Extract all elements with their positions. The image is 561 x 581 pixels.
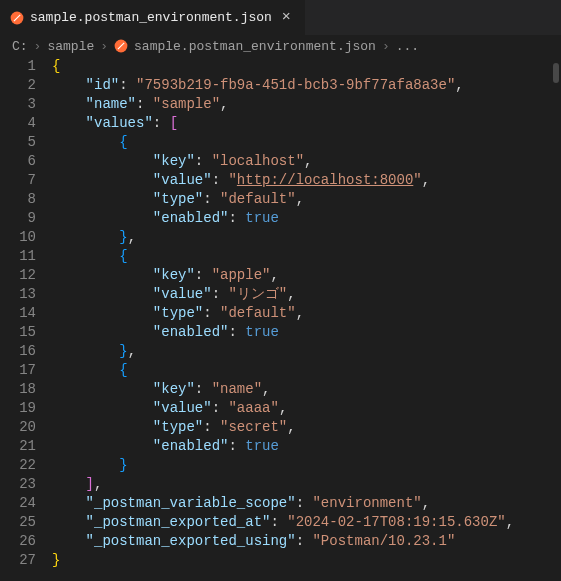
code-line: { [52,361,561,380]
code-line: "value": "http://localhost:8000", [52,171,561,190]
code-line: "enabled": true [52,209,561,228]
code-line: "key": "apple", [52,266,561,285]
breadcrumb-file: sample.postman_environment.json [134,39,376,54]
code-line: "_postman_exported_using": "Postman/10.2… [52,532,561,551]
code-line: "type": "default", [52,304,561,323]
code-line: "_postman_variable_scope": "environment"… [52,494,561,513]
code-line: "key": "name", [52,380,561,399]
code-line: { [52,133,561,152]
breadcrumb-drive: C: [12,39,28,54]
breadcrumb-tail: ... [396,39,419,54]
code-line: "enabled": true [52,323,561,342]
code-line: "_postman_exported_at": "2024-02-17T08:1… [52,513,561,532]
chevron-right-icon: › [382,39,390,54]
close-icon[interactable]: × [278,9,295,26]
code-line: ], [52,475,561,494]
code-line: "values": [ [52,114,561,133]
tab-label: sample.postman_environment.json [30,10,272,25]
code-line: { [52,57,561,76]
tab-active[interactable]: sample.postman_environment.json × [0,0,306,35]
code-line: "type": "default", [52,190,561,209]
breadcrumb[interactable]: C: › sample › sample.postman_environment… [0,35,561,57]
code-line: "value": "リンゴ", [52,285,561,304]
code-area[interactable]: { "id": "7593b219-fb9a-451d-bcb3-9bf77af… [48,57,561,581]
code-line: "key": "localhost", [52,152,561,171]
chevron-right-icon: › [34,39,42,54]
scrollbar-thumb[interactable] [553,63,559,83]
code-line: } [52,456,561,475]
editor[interactable]: 12345 678910 1112131415 1617181920 21222… [0,57,561,581]
breadcrumb-folder: sample [47,39,94,54]
code-line: "type": "secret", [52,418,561,437]
tab-bar: sample.postman_environment.json × [0,0,561,35]
code-line: "enabled": true [52,437,561,456]
postman-icon [114,39,128,53]
code-line: "name": "sample", [52,95,561,114]
line-gutter: 12345 678910 1112131415 1617181920 21222… [0,57,48,581]
code-line: { [52,247,561,266]
code-line: }, [52,342,561,361]
chevron-right-icon: › [100,39,108,54]
code-line: "id": "7593b219-fb9a-451d-bcb3-9bf77afa8… [52,76,561,95]
postman-icon [10,11,24,25]
code-line: "value": "aaaa", [52,399,561,418]
code-line: } [52,551,561,570]
code-line: }, [52,228,561,247]
